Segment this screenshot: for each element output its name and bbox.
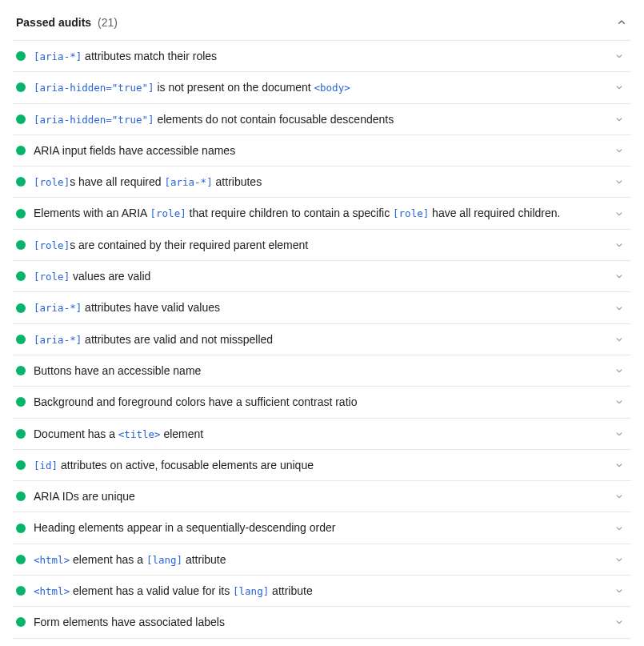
status-pass-icon [16, 114, 26, 124]
audit-title: Background and foreground colors have a … [34, 394, 606, 410]
status-pass-icon [16, 146, 26, 155]
audit-title: [aria-*] attributes have valid values [34, 299, 606, 315]
audit-row[interactable]: [aria-*] attributes are valid and not mi… [13, 324, 631, 355]
audit-title: [role] values are valid [34, 268, 606, 284]
status-pass-icon [16, 617, 26, 627]
status-pass-icon [16, 303, 26, 313]
audit-title: [aria-hidden="true"] is not present on t… [34, 79, 606, 95]
audit-row[interactable]: Document has a <title> element [13, 419, 631, 450]
status-pass-icon [16, 209, 26, 219]
code-token: [lang] [233, 585, 269, 597]
status-pass-icon [16, 460, 26, 470]
audit-title: [role]s are contained by their required … [34, 237, 606, 253]
audit-row[interactable]: [role]s are contained by their required … [13, 230, 631, 261]
audit-title: Document has a <title> element [34, 426, 606, 442]
audit-title: Form elements have associated labels [34, 614, 606, 630]
chevron-down-icon [614, 303, 625, 314]
code-token: [aria-hidden="true"] [34, 114, 154, 126]
audit-title: <html> element has a valid value for its… [34, 583, 606, 599]
status-pass-icon [16, 429, 26, 439]
audit-title: [aria-hidden="true"] elements do not con… [34, 111, 606, 127]
code-token: <html> [34, 585, 70, 597]
audit-title: [id] attributes on active, focusable ele… [34, 457, 606, 473]
audits-list: [aria-*] attributes match their roles[ar… [13, 40, 631, 646]
audit-row[interactable]: [role]s have all required [aria-*] attri… [13, 167, 631, 198]
chevron-down-icon [614, 114, 625, 125]
chevron-down-icon [614, 365, 625, 376]
status-pass-icon [16, 586, 26, 596]
audit-row[interactable]: Heading elements appear in a sequentiall… [13, 512, 631, 544]
code-token: [role] [34, 271, 70, 283]
code-token: <title> [118, 428, 161, 440]
code-token: [aria-*] [164, 176, 212, 188]
chevron-down-icon [614, 145, 625, 156]
audit-title: [aria-*] attributes match their roles [34, 48, 606, 64]
audit-row[interactable]: ARIA input fields have accessible names [13, 135, 631, 167]
chevron-down-icon [614, 176, 625, 187]
audit-row[interactable]: Buttons have an accessible name [13, 355, 631, 387]
chevron-down-icon [614, 208, 625, 219]
status-pass-icon [16, 271, 26, 281]
status-pass-icon [16, 492, 26, 501]
audit-row[interactable]: [aria-hidden="true"] elements do not con… [13, 104, 631, 135]
audit-row[interactable]: <html> element has a valid value for its… [13, 576, 631, 607]
code-token: <html> [34, 554, 70, 566]
passed-audits-panel: Passed audits (21) [aria-*] attributes m… [0, 0, 644, 646]
code-token: <body> [314, 82, 350, 94]
code-token: [role] [393, 207, 429, 219]
audit-row[interactable]: Elements with an ARIA [role] that requir… [13, 198, 631, 229]
code-token: [aria-hidden="true"] [34, 82, 154, 94]
audit-title: [role]s have all required [aria-*] attri… [34, 174, 606, 190]
status-pass-icon [16, 51, 26, 61]
audit-title: Buttons have an accessible name [34, 363, 606, 379]
audit-row[interactable]: [aria-*] attributes have valid values [13, 292, 631, 323]
chevron-down-icon [614, 239, 625, 251]
passed-audits-header[interactable]: Passed audits (21) [13, 6, 631, 40]
chevron-down-icon [614, 523, 625, 534]
code-token: [aria-*] [34, 334, 82, 346]
status-pass-icon [16, 240, 26, 250]
chevron-down-icon [614, 459, 625, 471]
status-pass-icon [16, 177, 26, 187]
status-pass-icon [16, 82, 26, 92]
status-pass-icon [16, 366, 26, 375]
audit-row[interactable]: [role] values are valid [13, 261, 631, 292]
audit-row[interactable]: ARIA IDs are unique [13, 481, 631, 512]
audit-row[interactable]: [aria-hidden="true"] is not present on t… [13, 72, 631, 103]
audit-title: <html> element has a [lang] attribute [34, 552, 606, 568]
audit-row[interactable]: [user-scalable="no"] is not used in the … [13, 639, 631, 646]
chevron-down-icon [614, 396, 625, 407]
chevron-down-icon [614, 82, 625, 93]
header-count: (21) [98, 16, 118, 29]
chevron-down-icon [614, 50, 625, 62]
header-title: Passed audits [16, 16, 91, 29]
audit-row[interactable]: [id] attributes on active, focusable ele… [13, 450, 631, 481]
code-token: [id] [34, 459, 58, 471]
code-token: [aria-*] [34, 50, 82, 62]
chevron-down-icon [614, 271, 625, 282]
chevron-down-icon [614, 491, 625, 502]
audit-row[interactable]: Form elements have associated labels [13, 607, 631, 638]
chevron-down-icon [614, 554, 625, 565]
chevron-up-icon [615, 16, 628, 29]
chevron-down-icon [614, 334, 625, 345]
audit-row[interactable]: Background and foreground colors have a … [13, 387, 631, 418]
audit-row[interactable]: [aria-*] attributes match their roles [13, 41, 631, 72]
status-pass-icon [16, 555, 26, 564]
code-token: [role] [34, 176, 70, 188]
audit-row[interactable]: <html> element has a [lang] attribute [13, 544, 631, 576]
audit-title: ARIA input fields have accessible names [34, 142, 606, 158]
code-token: [aria-*] [34, 302, 82, 314]
chevron-down-icon [614, 585, 625, 596]
code-token: [lang] [146, 554, 182, 566]
audit-title: Heading elements appear in a sequentiall… [34, 520, 606, 536]
status-pass-icon [16, 335, 26, 344]
code-token: [role] [34, 239, 70, 251]
audit-title: ARIA IDs are unique [34, 488, 606, 504]
header-label: Passed audits (21) [16, 16, 118, 29]
status-pass-icon [16, 397, 26, 407]
code-token: [role] [150, 207, 186, 219]
chevron-down-icon [614, 616, 625, 628]
chevron-down-icon [614, 428, 625, 439]
audit-title: Elements with an ARIA [role] that requir… [34, 205, 606, 221]
